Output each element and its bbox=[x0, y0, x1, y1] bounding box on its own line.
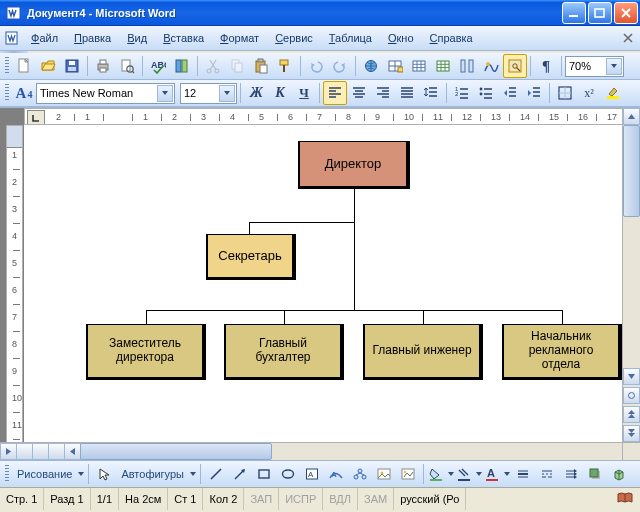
undo-button[interactable] bbox=[304, 54, 328, 78]
toolbar-grip[interactable] bbox=[5, 84, 9, 102]
research-button[interactable] bbox=[170, 54, 194, 78]
print-preview-button[interactable] bbox=[115, 54, 139, 78]
underline-button[interactable]: Ч bbox=[292, 81, 316, 105]
close-button[interactable] bbox=[614, 2, 638, 24]
dash-style-button[interactable] bbox=[535, 462, 559, 486]
autoshapes-button[interactable]: Автофигуры bbox=[116, 462, 197, 486]
draw-menu-button[interactable]: Рисование bbox=[12, 462, 85, 486]
print-button[interactable] bbox=[91, 54, 115, 78]
tab-selector[interactable] bbox=[27, 110, 45, 125]
rectangle-tool-button[interactable] bbox=[252, 462, 276, 486]
menu-tools[interactable]: Сервис bbox=[267, 26, 321, 50]
scroll-thumb[interactable] bbox=[623, 125, 640, 217]
copy-button[interactable] bbox=[225, 54, 249, 78]
org-box-secretary[interactable]: Секретарь bbox=[206, 234, 296, 280]
bold-button[interactable]: Ж bbox=[244, 81, 268, 105]
status-ovr[interactable]: ЗАМ bbox=[358, 488, 394, 510]
textbox-tool-button[interactable]: A bbox=[300, 462, 324, 486]
diagram-button[interactable] bbox=[348, 462, 372, 486]
document-control-icon[interactable] bbox=[3, 26, 21, 50]
insert-excel-button[interactable] bbox=[431, 54, 455, 78]
toolbar-grip[interactable] bbox=[5, 465, 9, 483]
select-objects-button[interactable] bbox=[92, 462, 116, 486]
font-dropdown-icon[interactable] bbox=[157, 85, 173, 102]
spell-status-icon[interactable] bbox=[610, 491, 640, 507]
spellcheck-button[interactable]: ABC bbox=[146, 54, 170, 78]
align-left-button[interactable] bbox=[323, 81, 347, 105]
org-box-advertising[interactable]: Начальник рекламного отдела bbox=[502, 324, 622, 380]
arrow-style-button[interactable] bbox=[559, 462, 583, 486]
toolbar-grip[interactable] bbox=[5, 57, 9, 75]
view-print-button[interactable] bbox=[32, 443, 49, 460]
fill-color-button[interactable] bbox=[427, 462, 455, 486]
view-web-button[interactable] bbox=[16, 443, 33, 460]
paste-button[interactable] bbox=[249, 54, 273, 78]
zoom-combo[interactable]: 70% bbox=[565, 56, 624, 77]
maximize-button[interactable] bbox=[588, 2, 612, 24]
org-box-accountant[interactable]: Главный бухгалтер bbox=[224, 324, 344, 380]
insert-picture-button[interactable] bbox=[396, 462, 420, 486]
columns-button[interactable] bbox=[455, 54, 479, 78]
styles-button[interactable]: A4 bbox=[12, 81, 36, 105]
horizontal-ruler[interactable]: 211234567891011121314151617 bbox=[24, 108, 623, 125]
new-doc-button[interactable] bbox=[12, 54, 36, 78]
org-box-deputy[interactable]: Заместитель директора bbox=[86, 324, 206, 380]
increase-indent-button[interactable] bbox=[522, 81, 546, 105]
borders-button[interactable] bbox=[553, 81, 577, 105]
menu-edit[interactable]: Правка bbox=[66, 26, 119, 50]
document-map-button[interactable] bbox=[503, 54, 527, 78]
line-style-button[interactable] bbox=[511, 462, 535, 486]
status-ext[interactable]: ВДЛ bbox=[323, 488, 358, 510]
font-combo[interactable]: Times New Roman bbox=[36, 83, 175, 104]
3d-button[interactable] bbox=[607, 462, 631, 486]
menu-insert[interactable]: Вставка bbox=[155, 26, 212, 50]
line-spacing-button[interactable] bbox=[419, 81, 443, 105]
oval-tool-button[interactable] bbox=[276, 462, 300, 486]
horizontal-scrollbar[interactable] bbox=[0, 442, 623, 460]
line-color-button[interactable] bbox=[455, 462, 483, 486]
tables-borders-button[interactable] bbox=[383, 54, 407, 78]
align-center-button[interactable] bbox=[347, 81, 371, 105]
menu-format[interactable]: Формат bbox=[212, 26, 267, 50]
org-box-engineer[interactable]: Главный инженер bbox=[363, 324, 483, 380]
justify-button[interactable] bbox=[395, 81, 419, 105]
show-marks-button[interactable]: ¶ bbox=[534, 54, 558, 78]
format-painter-button[interactable] bbox=[273, 54, 297, 78]
status-trk[interactable]: ИСПР bbox=[279, 488, 323, 510]
document-page[interactable]: Директор Секретарь Заместитель директора… bbox=[24, 125, 623, 443]
redo-button[interactable] bbox=[328, 54, 352, 78]
italic-button[interactable]: К bbox=[268, 81, 292, 105]
arrow-tool-button[interactable] bbox=[228, 462, 252, 486]
close-document-button[interactable] bbox=[619, 26, 637, 50]
vertical-scrollbar[interactable] bbox=[622, 108, 640, 443]
minimize-button[interactable] bbox=[562, 2, 586, 24]
org-box-director[interactable]: Директор bbox=[298, 141, 410, 189]
menu-view[interactable]: Вид bbox=[119, 26, 155, 50]
numbering-button[interactable]: 12 bbox=[450, 81, 474, 105]
open-button[interactable] bbox=[36, 54, 60, 78]
menu-help[interactable]: Справка bbox=[422, 26, 481, 50]
size-dropdown-icon[interactable] bbox=[219, 85, 235, 102]
align-right-button[interactable] bbox=[371, 81, 395, 105]
highlight-button[interactable] bbox=[601, 81, 625, 105]
status-rec[interactable]: ЗАП bbox=[244, 488, 279, 510]
prev-page-button[interactable] bbox=[623, 406, 640, 423]
scroll-right-button[interactable] bbox=[0, 443, 17, 460]
cut-button[interactable] bbox=[201, 54, 225, 78]
scroll-down-button[interactable] bbox=[623, 368, 640, 385]
insert-table-button[interactable] bbox=[407, 54, 431, 78]
menu-window[interactable]: Окно bbox=[380, 26, 422, 50]
shadow-button[interactable] bbox=[583, 462, 607, 486]
line-tool-button[interactable] bbox=[204, 462, 228, 486]
zoom-dropdown-icon[interactable] bbox=[606, 58, 622, 75]
save-button[interactable] bbox=[60, 54, 84, 78]
drawing-toggle-button[interactable] bbox=[479, 54, 503, 78]
menu-file[interactable]: Файл bbox=[23, 26, 66, 50]
next-page-button[interactable] bbox=[623, 425, 640, 442]
decrease-indent-button[interactable] bbox=[498, 81, 522, 105]
scroll-thumb-h[interactable] bbox=[80, 443, 272, 460]
hyperlink-button[interactable] bbox=[359, 54, 383, 78]
view-outline-button[interactable] bbox=[48, 443, 65, 460]
browse-object-button[interactable] bbox=[623, 387, 640, 404]
vertical-ruler[interactable]: 1234567891011 bbox=[6, 125, 23, 443]
